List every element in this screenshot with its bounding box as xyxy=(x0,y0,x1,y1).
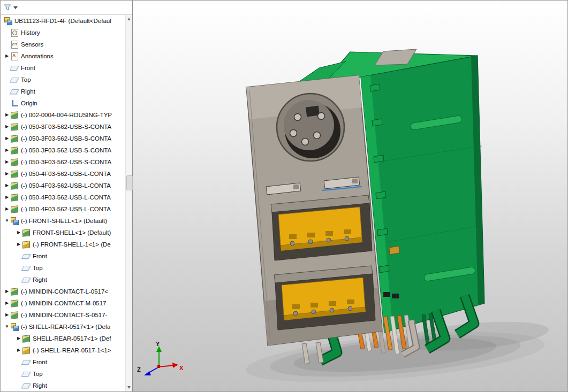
expand-arrow[interactable] xyxy=(16,239,22,250)
tree-item-front-shell[interactable]: (-) FRONT-SHELL<1> (Default) xyxy=(1,215,132,227)
scrollbar-thumb[interactable] xyxy=(126,175,133,190)
tree-item-right-plane[interactable]: Right xyxy=(1,86,132,97)
tree-item-housing[interactable]: (-) 002-0004-004-HOUSING-TYP xyxy=(1,109,132,121)
tree-item-label: SHELL-REAR-0517<1> (Def xyxy=(33,335,111,342)
part-icon xyxy=(10,111,19,119)
tree-item-usb-contact[interactable]: (-) 050-4F03-562-USB-L-CONTA xyxy=(1,168,132,180)
tree-item-usb-contact[interactable]: (-) 050-3F03-562-USB-S-CONTA xyxy=(1,121,132,133)
plane-icon xyxy=(22,370,31,378)
tree-item-front-plane[interactable]: Front xyxy=(1,250,132,262)
expand-arrow[interactable] xyxy=(4,297,10,309)
tree-item-label: (-) MINIDIN-CONTACT-S-0517- xyxy=(21,312,107,318)
tree-item-usb-contact[interactable]: (-) 050-4F03-562-USB-L-CONTA xyxy=(1,191,132,203)
plane-icon xyxy=(22,358,31,366)
tree-item-minidin-contact[interactable]: (-) MINIDIN-CONTACT-L-0517< xyxy=(1,286,132,297)
tree-item-shell-rear[interactable]: (-) SHELL-REAR-0517<1> (Defa xyxy=(1,321,132,333)
solidworks-window: UB11123-HFD1-4F (Default<Defaul History … xyxy=(0,0,568,392)
tree-item-front-plane[interactable]: Front xyxy=(1,356,132,368)
feature-tree: UB11123-HFD1-4F (Default<Defaul History … xyxy=(1,15,132,391)
expand-arrow[interactable] xyxy=(16,227,22,239)
tree-item-shell-rear-sub[interactable]: (-) SHELL-REAR-0517-1<1> xyxy=(1,344,132,356)
part-icon xyxy=(10,287,19,296)
filter-dropdown-caret[interactable] xyxy=(13,6,18,9)
tree-item-front-shell-sub[interactable]: (-) FRONT-SHELL-1<1> (De xyxy=(1,239,132,250)
tree-item-history[interactable]: History xyxy=(1,27,132,39)
tree-item-minidin-contact[interactable]: (-) MINIDIN-CONTACT-M-0517 xyxy=(1,297,132,309)
tree-item-right-plane[interactable]: Right xyxy=(1,380,132,391)
x-axis-label: X xyxy=(179,365,184,371)
expand-arrow[interactable] xyxy=(16,344,22,356)
tree-item-usb-contact[interactable]: (-) 050-3F03-562-USB-S-CONTA xyxy=(1,133,132,144)
expand-arrow[interactable] xyxy=(4,168,10,180)
tree-item-label: (-) MINIDIN-CONTACT-L-0517< xyxy=(21,288,108,295)
scroll-up-button[interactable] xyxy=(126,16,133,22)
assembly-icon xyxy=(10,217,19,225)
tree-item-top-plane[interactable]: Top xyxy=(1,262,132,274)
tree-item-usb-contact[interactable]: (-) 050-4F03-562-USB-L-CONTA xyxy=(1,203,132,215)
expand-arrow[interactable] xyxy=(4,191,10,203)
tree-item-right-plane[interactable]: Right xyxy=(1,274,132,286)
tree-item-minidin-contact[interactable]: (-) MINIDIN-CONTACT-S-0517- xyxy=(1,309,132,321)
minidin-port[interactable] xyxy=(277,94,344,161)
expand-arrow[interactable] xyxy=(4,156,10,168)
tree-item-front-shell-part[interactable]: FRONT-SHELL<1> (Default) xyxy=(1,227,132,239)
tree-item-usb-contact[interactable]: (-) 050-3F03-562-USB-S-CONTA xyxy=(1,144,132,156)
part-icon xyxy=(10,181,19,190)
expand-arrow[interactable] xyxy=(4,203,10,215)
graphics-area[interactable]: Y X Z xyxy=(133,1,568,392)
expand-arrow[interactable] xyxy=(4,180,10,191)
expand-arrow[interactable] xyxy=(4,109,10,121)
part-icon xyxy=(10,122,19,131)
tree-item-label: Origin xyxy=(21,100,37,106)
tree-item-label: Right xyxy=(21,88,35,95)
expand-arrow[interactable] xyxy=(4,309,10,321)
tree-item-sensors[interactable]: Sensors xyxy=(1,39,132,50)
model-3d[interactable]: Y X Z xyxy=(133,1,568,392)
tree-item-label: Front xyxy=(33,253,47,259)
plane-icon xyxy=(10,87,19,96)
part-icon xyxy=(10,311,19,319)
tree-item-label: Front xyxy=(33,359,47,365)
expand-arrow[interactable] xyxy=(16,333,22,344)
plane-icon xyxy=(10,64,19,72)
usb-port-upper[interactable] xyxy=(271,195,372,260)
expand-arrow[interactable] xyxy=(4,286,10,297)
expand-arrow[interactable] xyxy=(4,215,10,227)
plane-icon xyxy=(22,252,31,260)
tree-item-front-plane[interactable]: Front xyxy=(1,62,132,74)
plane-icon xyxy=(22,264,31,272)
filter-bar xyxy=(1,1,132,15)
tree-item-label: Annotations xyxy=(21,53,54,59)
tree-item-top-plane[interactable]: Top xyxy=(1,368,132,380)
part-icon xyxy=(10,146,19,155)
tree-item-usb-contact[interactable]: (-) 050-4F03-562-USB-L-CONTA xyxy=(1,180,132,191)
expand-arrow[interactable] xyxy=(4,121,10,133)
usb-port-lower[interactable] xyxy=(274,266,375,330)
expand-arrow[interactable] xyxy=(4,133,10,144)
y-axis-label: Y xyxy=(156,341,160,347)
tree-item-label: (-) 050-3F03-562-USB-S-CONTA xyxy=(21,147,111,153)
part-icon xyxy=(22,334,31,343)
tree-item-annotations[interactable]: Annotations xyxy=(1,50,132,62)
tree-item-label: (-) FRONT-SHELL-1<1> (De xyxy=(33,241,111,248)
tree-item-shell-rear-part[interactable]: SHELL-REAR-0517<1> (Def xyxy=(1,333,132,344)
tree-scrollbar[interactable] xyxy=(125,15,132,391)
expand-arrow[interactable] xyxy=(4,50,10,62)
z-axis-label: Z xyxy=(137,366,141,373)
tree-item-origin[interactable]: Origin xyxy=(1,97,132,109)
tree-item-label: History xyxy=(21,29,40,36)
triad-origin xyxy=(157,365,160,368)
origin-icon xyxy=(10,99,19,107)
expand-arrow[interactable] xyxy=(4,321,10,333)
subassembly-icon xyxy=(22,240,31,249)
filter-funnel-icon[interactable] xyxy=(3,3,12,12)
part-icon xyxy=(10,158,19,166)
history-icon xyxy=(10,28,19,37)
tree-item-usb-contact[interactable]: (-) 050-3F03-562-USB-S-CONTA xyxy=(1,156,132,168)
tree-item-top-plane[interactable]: Top xyxy=(1,74,132,86)
tree-item-label: Top xyxy=(33,371,43,377)
expand-arrow[interactable] xyxy=(4,144,10,156)
scroll-down-button[interactable] xyxy=(126,384,133,391)
sensors-icon xyxy=(10,40,19,49)
tree-root-item[interactable]: UB11123-HFD1-4F (Default<Defaul xyxy=(1,15,132,27)
